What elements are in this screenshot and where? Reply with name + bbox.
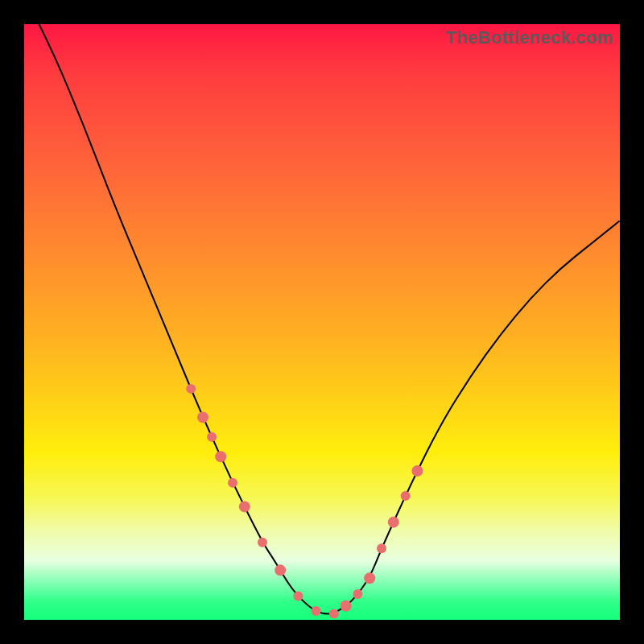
bead-marker [197, 411, 208, 423]
bead-marker [401, 491, 411, 501]
bead-marker [258, 538, 267, 547]
bead-marker [364, 572, 375, 584]
bead-marker [215, 451, 226, 462]
bead-marker [186, 384, 196, 394]
bottleneck-curve-path [24, 24, 620, 614]
bead-marker [388, 517, 399, 528]
bead-marker [275, 564, 286, 576]
left-bead-cluster [186, 384, 320, 616]
bead-marker [239, 501, 250, 512]
bead-marker [353, 589, 362, 599]
chart-frame: TheBottleneck.com [0, 0, 644, 644]
bead-marker [329, 609, 339, 619]
plot-area: TheBottleneck.com [24, 24, 620, 620]
bead-marker [207, 432, 217, 442]
bead-marker [411, 465, 423, 477]
bead-marker [377, 543, 386, 553]
bead-marker [293, 591, 303, 601]
bottleneck-curve-svg [24, 24, 620, 620]
bead-marker [312, 606, 321, 616]
bead-marker [228, 478, 237, 488]
bead-marker [341, 601, 352, 612]
